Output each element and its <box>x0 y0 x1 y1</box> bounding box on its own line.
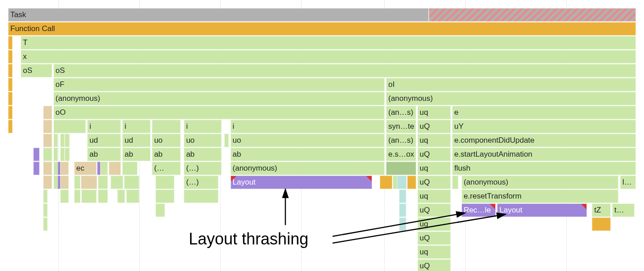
block-t[interactable]: t… <box>612 203 635 217</box>
task-block[interactable]: Task <box>8 8 429 22</box>
layout-block[interactable]: Layout <box>497 203 587 217</box>
block-reset[interactable]: e.resetTransform <box>462 190 618 203</box>
block-uo[interactable]: uo <box>184 134 222 147</box>
block[interactable] <box>126 190 139 203</box>
block[interactable] <box>43 217 48 231</box>
block[interactable] <box>74 176 80 189</box>
block[interactable] <box>8 106 13 119</box>
block-ab[interactable]: ab <box>87 148 121 161</box>
block[interactable] <box>8 78 13 91</box>
block[interactable] <box>43 134 52 147</box>
block[interactable] <box>152 120 181 133</box>
block-uq[interactable]: uQ <box>417 231 451 245</box>
block[interactable] <box>60 162 69 175</box>
block-i[interactable]: i <box>122 120 151 133</box>
block-uq[interactable]: uQ <box>417 259 451 271</box>
block[interactable] <box>60 134 65 147</box>
block[interactable] <box>592 217 611 231</box>
block-t[interactable]: T <box>21 36 636 50</box>
block-uq[interactable]: uQ <box>417 203 451 217</box>
block-oi[interactable]: oI <box>386 78 636 91</box>
block-i[interactable]: i <box>231 120 385 133</box>
block-uq[interactable]: uQ <box>417 120 451 133</box>
block[interactable] <box>111 176 123 189</box>
block[interactable] <box>155 190 174 203</box>
block-anon[interactable]: (anonymous) <box>231 162 385 175</box>
block-sla[interactable]: e.startLayoutAnimation <box>452 148 636 161</box>
block-x[interactable]: x <box>21 50 636 63</box>
block[interactable] <box>122 162 138 175</box>
block[interactable] <box>117 190 125 203</box>
block[interactable] <box>8 64 13 77</box>
block[interactable] <box>60 148 65 161</box>
block-paren[interactable]: (… <box>152 162 181 175</box>
block[interactable] <box>53 120 86 133</box>
block-uq[interactable]: uq <box>417 134 451 147</box>
block-synte[interactable]: syn…te <box>386 120 416 133</box>
block-uq[interactable]: uQ <box>417 176 451 189</box>
block[interactable] <box>8 120 13 133</box>
block[interactable] <box>53 176 58 189</box>
block[interactable] <box>109 162 121 175</box>
block[interactable] <box>8 92 13 105</box>
block[interactable] <box>53 162 58 175</box>
block-uq[interactable]: uq <box>417 106 451 119</box>
block[interactable] <box>43 203 48 217</box>
block-paren[interactable]: (…) <box>184 176 218 189</box>
block[interactable] <box>43 162 52 175</box>
block[interactable] <box>81 190 97 203</box>
block[interactable] <box>407 176 416 189</box>
block[interactable] <box>98 190 108 203</box>
block-ud[interactable]: ud <box>87 134 121 147</box>
block[interactable] <box>53 134 58 147</box>
block-os[interactable]: oS <box>21 64 52 77</box>
block[interactable] <box>81 176 97 189</box>
block[interactable] <box>43 148 52 161</box>
block-cdu[interactable]: e.componentDidUpdate <box>452 134 636 147</box>
block[interactable] <box>60 190 69 203</box>
task-overflow[interactable] <box>429 8 636 22</box>
block[interactable] <box>60 176 69 189</box>
block-of[interactable]: oF <box>53 78 385 91</box>
block[interactable] <box>43 190 48 203</box>
recalc-style-block[interactable]: Rec…le <box>462 203 496 217</box>
block[interactable] <box>124 176 139 189</box>
block-anon[interactable]: (anonymous) <box>462 176 618 189</box>
block[interactable] <box>397 176 407 189</box>
block-uq[interactable]: uq <box>417 245 451 259</box>
block[interactable] <box>65 134 70 147</box>
block[interactable] <box>155 203 165 217</box>
block-oo[interactable]: oO <box>53 106 385 119</box>
block-anon[interactable]: (anonymous) <box>386 92 636 105</box>
block[interactable] <box>224 134 229 147</box>
block-paren[interactable]: (…) <box>184 162 222 175</box>
block-ab[interactable]: ab <box>152 148 181 161</box>
block-ab[interactable]: ab <box>184 148 222 161</box>
function-call-block[interactable]: Function Call <box>8 22 636 36</box>
block-e[interactable]: e <box>452 106 636 119</box>
block[interactable] <box>43 106 52 119</box>
block[interactable] <box>184 190 218 203</box>
block-os[interactable]: oS <box>53 64 636 77</box>
block[interactable] <box>8 36 13 50</box>
block[interactable] <box>53 148 58 161</box>
block[interactable] <box>399 217 406 231</box>
flame-chart[interactable]: Task Function Call T x oS oS oF oI (anon… <box>8 8 636 271</box>
block-tz[interactable]: tZ <box>592 203 611 217</box>
block-anon[interactable]: (anonymous) <box>53 92 385 105</box>
block-i[interactable]: i <box>87 120 121 133</box>
block-uq[interactable]: uQ <box>417 148 451 161</box>
block-esox[interactable]: e.s…ox <box>386 148 416 161</box>
block[interactable] <box>380 176 392 189</box>
block-l[interactable]: l… <box>620 176 636 189</box>
block[interactable] <box>386 162 416 175</box>
block-uo[interactable]: uo <box>231 134 385 147</box>
block-ec[interactable]: ec <box>74 162 97 175</box>
block-flush[interactable]: flush <box>452 162 636 175</box>
block-uq[interactable]: uq <box>417 190 451 203</box>
layout-block[interactable]: Layout <box>231 176 373 189</box>
block[interactable] <box>155 176 174 189</box>
block-ab[interactable]: ab <box>122 148 151 161</box>
block[interactable] <box>33 148 40 161</box>
block[interactable] <box>33 162 40 175</box>
